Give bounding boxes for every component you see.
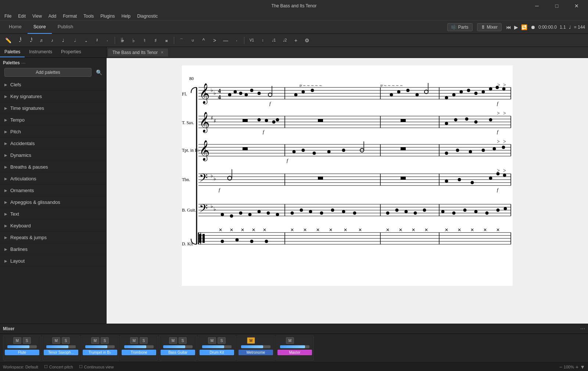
tenor-sax-solo-button[interactable]: S	[62, 337, 70, 344]
score-content[interactable]: 80 Fl. 𝄞 ♭ ♭ 4 4 tr～～～～～	[107, 58, 588, 324]
note-32-btn[interactable]: ♪	[47, 35, 57, 46]
palette-item-key-signatures[interactable]: ▶ Key signatures	[0, 91, 106, 102]
trombone-mute-button[interactable]: M	[130, 337, 138, 344]
flute-mute-button[interactable]: M	[13, 337, 21, 344]
palette-item-dynamics[interactable]: ▶ Dynamics	[0, 150, 106, 161]
palette-item-layout[interactable]: ▶ Layout	[0, 255, 106, 267]
zoom-out-button[interactable]: −	[559, 364, 562, 370]
flute-level-bar[interactable]	[7, 345, 37, 348]
note-128-btn[interactable]: 𝅘𝅥𝅱	[25, 35, 35, 46]
note-64-btn[interactable]: ♬	[36, 35, 46, 46]
menu-plugins[interactable]: Plugins	[97, 12, 118, 21]
palette-search-button[interactable]: 🔍	[94, 68, 103, 77]
settings-btn[interactable]: ⚙	[302, 35, 312, 46]
trumpet-solo-button[interactable]: S	[101, 337, 109, 344]
play-button[interactable]: ▶	[514, 24, 518, 30]
rewind-button[interactable]: ⏮	[506, 24, 511, 30]
tenor-sax-level-bar[interactable]	[46, 345, 76, 348]
palette-item-clefs[interactable]: ▶ Clefs	[0, 79, 106, 91]
palettes-menu-dots[interactable]: ···	[21, 60, 26, 66]
palette-item-keyboard[interactable]: ▶ Keyboard	[0, 220, 106, 232]
master-level-bar[interactable]	[280, 345, 309, 348]
drum-kit-level-bar[interactable]	[202, 345, 232, 348]
palette-item-barlines[interactable]: ▶ Barlines	[0, 244, 106, 255]
tie-btn[interactable]: ⌒	[176, 35, 187, 46]
sharp-btn[interactable]: ♯	[150, 35, 161, 46]
tab-instruments[interactable]: Instruments	[25, 47, 57, 57]
flute-solo-button[interactable]: S	[23, 337, 31, 344]
palette-item-tempo[interactable]: ▶ Tempo	[0, 114, 106, 126]
tab-properties[interactable]: Properties	[57, 47, 86, 57]
note-256-btn[interactable]: 𝅘𝅥𝅲	[14, 35, 24, 46]
voice1-btn[interactable]: V1	[247, 35, 257, 46]
mixer-button[interactable]: 🎚 Mixer	[477, 23, 502, 31]
trumpet-channel-name[interactable]: Trumpet in B♭	[83, 350, 117, 355]
menu-help[interactable]: Help	[119, 12, 134, 21]
note-16-btn[interactable]: ♩	[58, 35, 68, 46]
add-btn[interactable]: +	[291, 35, 301, 46]
view-toggle[interactable]: ☐ Continuous view	[79, 364, 114, 369]
palette-item-breaths-pauses[interactable]: ▶ Breaths & pauses	[0, 161, 106, 173]
palette-item-arpeggios[interactable]: ▶ Arpeggios & glissandos	[0, 197, 106, 208]
bass-guitar-level-bar[interactable]	[163, 345, 193, 348]
natural-btn[interactable]: ♮	[139, 35, 150, 46]
master-channel-name[interactable]: Master	[277, 350, 312, 355]
voice-num1-btn[interactable]: ♩1	[269, 35, 279, 46]
staccato-btn[interactable]: ·	[232, 35, 242, 46]
score-tab-close[interactable]: ✕	[161, 50, 164, 54]
trumpet-mute-button[interactable]: M	[91, 337, 99, 344]
drum-kit-mute-button[interactable]: M	[208, 337, 216, 344]
minimize-button[interactable]: ─	[528, 0, 545, 12]
marcato-btn[interactable]: ^	[198, 35, 209, 46]
parts-button[interactable]: 🎼 Parts	[447, 23, 473, 31]
palette-item-repeats[interactable]: ▶ Repeats & jumps	[0, 232, 106, 244]
palette-item-ornaments[interactable]: ▶ Ornaments	[0, 185, 106, 197]
drum-kit-channel-name[interactable]: Drum Kit	[200, 350, 234, 355]
zoom-in-button[interactable]: +	[576, 364, 578, 370]
palette-item-time-signatures[interactable]: ▶ Time signatures	[0, 102, 106, 114]
palette-item-text[interactable]: ▶ Text	[0, 208, 106, 220]
trombone-channel-name[interactable]: Trombone	[122, 350, 156, 355]
tenuto-btn[interactable]: —	[220, 35, 231, 46]
bass-guitar-mute-button[interactable]: M	[169, 337, 177, 344]
trombone-level-bar[interactable]	[124, 345, 154, 348]
voice-num2-btn[interactable]: ♩2	[280, 35, 290, 46]
palette-item-articulations[interactable]: ▶ Articulations	[0, 173, 106, 185]
palette-item-pitch[interactable]: ▶ Pitch	[0, 126, 106, 138]
menu-add[interactable]: Add	[46, 12, 59, 21]
palette-item-accidentals[interactable]: ▶ Accidentals	[0, 138, 106, 150]
dot-btn[interactable]: ·	[102, 35, 112, 46]
zoom-dropdown-button[interactable]: ▼	[580, 364, 585, 370]
slur-btn[interactable]: ∪	[187, 35, 198, 46]
accent-btn[interactable]: >	[209, 35, 220, 46]
note-4-btn[interactable]: 𝅝	[80, 35, 90, 46]
menu-edit[interactable]: Edit	[15, 12, 29, 21]
master-mute-button[interactable]: M	[286, 337, 294, 344]
edit-mode-btn[interactable]: ✏️	[3, 35, 13, 46]
score-document-tab[interactable]: The Bass and Its Tenor ✕	[108, 48, 168, 57]
note-8-btn[interactable]: 𝅗𝅥	[69, 35, 79, 46]
rest-btn[interactable]: 𝄽	[91, 35, 101, 46]
add-palettes-button[interactable]: Add palettes	[4, 68, 92, 77]
maximize-button[interactable]: □	[548, 0, 565, 12]
bass-guitar-solo-button[interactable]: S	[179, 337, 187, 344]
trumpet-level-bar[interactable]	[85, 345, 115, 348]
tenor-sax-mute-button[interactable]: M	[52, 337, 60, 344]
close-button[interactable]: ✕	[568, 0, 585, 12]
drum-kit-solo-button[interactable]: S	[218, 337, 226, 344]
flute-channel-name[interactable]: Flute	[5, 350, 39, 355]
sharp-dbl-btn[interactable]: 𝄪	[161, 35, 172, 46]
loop-button[interactable]: 🔁	[521, 24, 527, 30]
metronome-mute-button[interactable]: M	[247, 337, 255, 344]
mixer-options-button[interactable]: ···	[580, 325, 585, 332]
menu-format[interactable]: Format	[60, 12, 80, 21]
flat-dbl-btn[interactable]: 𝄫	[117, 35, 128, 46]
metronome-level-bar[interactable]	[241, 345, 270, 348]
tab-home[interactable]: Home	[3, 21, 28, 34]
trombone-solo-button[interactable]: S	[140, 337, 148, 344]
tab-publish[interactable]: Publish	[52, 21, 79, 34]
menu-file[interactable]: File	[1, 12, 14, 21]
tab-palettes[interactable]: Palettes	[0, 47, 25, 57]
bass-guitar-channel-name[interactable]: Bass Guitar	[161, 350, 195, 355]
menu-diagnostic[interactable]: Diagnostic	[134, 12, 161, 21]
